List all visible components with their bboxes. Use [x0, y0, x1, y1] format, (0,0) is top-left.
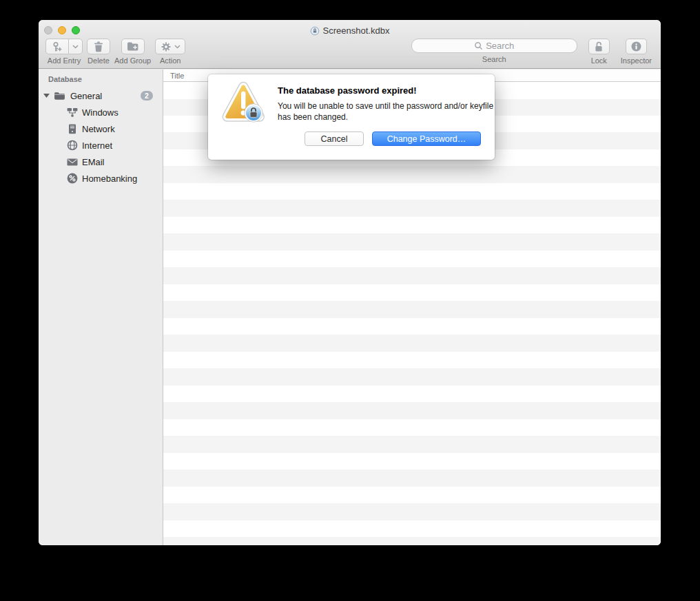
gear-icon — [161, 41, 172, 52]
password-expired-alert: The database password expired! You will … — [208, 74, 495, 160]
group-label: Windows — [82, 107, 119, 118]
chevron-down-icon — [72, 45, 79, 49]
delete-label: Delete — [88, 56, 110, 65]
key-plus-icon — [50, 41, 64, 52]
change-password-button[interactable]: Change Password… — [372, 131, 481, 146]
sidebar: Database General 2 — [39, 70, 163, 545]
percent-icon — [66, 173, 78, 184]
trash-icon — [94, 41, 103, 52]
action-label: Action — [160, 56, 181, 65]
sidebar-item-internet[interactable]: Internet — [39, 137, 163, 154]
window-title: Screenshot.kdbx — [323, 25, 390, 36]
title-bar-and-toolbar: Screenshot.kdbx — [39, 20, 661, 69]
disclosure-triangle-icon[interactable] — [43, 94, 50, 98]
toolbar-left: Add Entry Delete — [45, 39, 185, 65]
group-label: Internet — [82, 140, 112, 151]
group-label: Network — [82, 124, 115, 134]
sidebar-item-network[interactable]: Network — [39, 120, 163, 137]
delete-item: Delete — [87, 39, 110, 65]
server-icon — [66, 124, 78, 134]
alert-buttons: Cancel Change Password… — [305, 131, 481, 146]
chevron-down-icon — [174, 45, 181, 49]
search-item: Search Search — [411, 39, 577, 63]
alert-message: You will be unable to save until the pas… — [278, 101, 500, 123]
cancel-button[interactable]: Cancel — [305, 131, 364, 146]
warning-lock-icon — [221, 81, 267, 127]
inspector-item: Inspector — [621, 39, 652, 65]
sidebar-section-header: Database — [48, 75, 82, 83]
folder-plus-icon — [127, 41, 139, 52]
toolbar-right: Search Search Lock — [411, 39, 652, 65]
action-button[interactable] — [155, 39, 185, 54]
inspector-button[interactable] — [626, 39, 647, 54]
add-group-label: Add Group — [114, 56, 151, 65]
entry-count-badge: 2 — [141, 91, 153, 101]
add-group-button[interactable] — [121, 39, 145, 54]
group-label: Homebanking — [82, 173, 137, 184]
search-icon — [474, 41, 483, 50]
add-group-item: Add Group — [114, 39, 151, 65]
lock-button[interactable] — [588, 39, 610, 54]
document-proxy-icon — [310, 26, 320, 36]
app-window: Screenshot.kdbx — [39, 20, 661, 545]
group-label: General — [70, 91, 102, 101]
globe-icon — [66, 140, 78, 151]
sidebar-item-email[interactable]: EMail — [39, 154, 163, 170]
unlocked-padlock-icon — [594, 41, 604, 52]
inspector-label: Inspector — [621, 56, 652, 65]
add-entry-dropdown[interactable] — [68, 39, 83, 54]
alert-title: The database password expired! — [278, 85, 417, 96]
lock-item: Lock — [588, 39, 610, 65]
sidebar-item-windows[interactable]: Windows — [39, 104, 163, 120]
group-tree: General 2 — [39, 87, 163, 187]
window-title-area: Screenshot.kdbx — [39, 25, 661, 36]
info-icon — [630, 41, 642, 52]
group-label: EMail — [82, 157, 105, 167]
sidebar-item-homebanking[interactable]: Homebanking — [39, 170, 163, 187]
envelope-icon — [66, 158, 78, 166]
windows-icon — [66, 107, 78, 118]
action-item: Action — [155, 39, 185, 65]
add-entry-item: Add Entry — [45, 39, 83, 65]
delete-button[interactable] — [87, 39, 110, 54]
sidebar-item-general[interactable]: General 2 — [39, 87, 163, 104]
search-placeholder: Search — [486, 41, 514, 51]
lock-label: Lock — [591, 56, 607, 65]
folder-icon — [54, 92, 65, 101]
search-label: Search — [482, 55, 506, 63]
search-input[interactable]: Search — [411, 39, 577, 53]
add-entry-button[interactable] — [45, 39, 68, 54]
add-entry-label: Add Entry — [48, 56, 81, 65]
